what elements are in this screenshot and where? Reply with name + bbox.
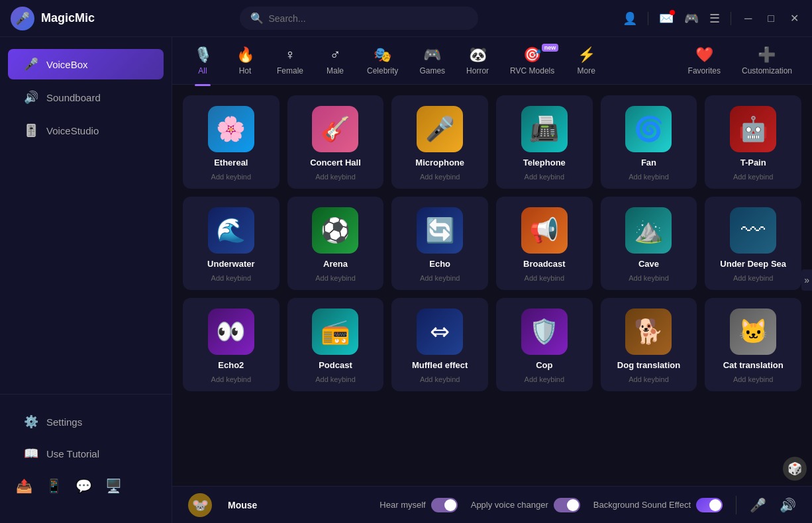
tab-favorites[interactable]: ❤️ Favorites <box>679 41 730 81</box>
voice-card-keybind-echo2[interactable]: Add keybind <box>211 375 252 383</box>
celebrity-tab-icon: 🎭 <box>374 46 391 64</box>
tab-games[interactable]: 🎮 Games <box>410 41 454 81</box>
voice-card-podcast[interactable]: 📻 Podcast Add keybind <box>287 298 384 391</box>
minimize-button[interactable]: ─ <box>742 10 754 27</box>
sidebar-item-tutorial[interactable]: 📖 Use Tutorial <box>8 438 164 469</box>
voice-card-under-deep-sea[interactable]: 〰 Under Deep Sea Add keybind <box>705 197 801 290</box>
title-bar: 🎤 MagicMic 🔍 👤 ✉️ 🎮 ☰ ─ □ ✕ <box>0 0 812 37</box>
customization-label: Customization <box>742 66 792 75</box>
voice-card-keybind-t-pain[interactable]: Add keybind <box>733 173 774 181</box>
voice-card-keybind-cat-translation[interactable]: Add keybind <box>733 375 774 383</box>
voice-card-broadcast[interactable]: 📢 Broadcast Add keybind <box>496 197 593 290</box>
tool-display-icon[interactable]: 🖥️ <box>105 478 122 494</box>
sidebar-item-settings[interactable]: ⚙️ Settings <box>8 406 164 437</box>
voice-card-cave[interactable]: ⛰️ Cave Add keybind <box>601 197 697 290</box>
voice-card-keybind-under-deep-sea[interactable]: Add keybind <box>733 274 774 282</box>
voice-card-keybind-cop[interactable]: Add keybind <box>525 375 565 383</box>
speaker-icon[interactable]: 🔊 <box>780 497 796 513</box>
voice-card-dog-translation[interactable]: 🐕 Dog translation Add keybind <box>601 298 697 391</box>
voicebox-icon: 🎤 <box>24 57 38 71</box>
voice-card-cop[interactable]: 🛡️ Cop Add keybind <box>496 298 593 391</box>
profile-icon[interactable]: 👤 <box>623 11 637 26</box>
all-tab-icon: 🎙️ <box>194 46 212 64</box>
voice-card-keybind-cave[interactable]: Add keybind <box>629 274 669 282</box>
favorites-icon: ❤️ <box>695 46 713 64</box>
rvc-badge: new <box>542 44 559 52</box>
tab-female[interactable]: ♀ Female <box>268 41 313 81</box>
tutorial-icon: 📖 <box>24 446 38 461</box>
menu-icon[interactable]: ☰ <box>709 11 720 26</box>
voice-card-keybind-dog-translation[interactable]: Add keybind <box>629 375 669 383</box>
tab-horror[interactable]: 🐼 Horror <box>457 41 498 81</box>
mail-icon[interactable]: ✉️ <box>659 11 674 26</box>
more-tab-icon: ⚡ <box>578 46 595 64</box>
tool-chat-icon[interactable]: 💬 <box>76 478 92 494</box>
voice-card-arena[interactable]: ⚽ Arena Add keybind <box>287 197 384 290</box>
voice-card-ethereal[interactable]: 🌸 Ethereal Add keybind <box>183 95 279 189</box>
apply-voice-toggle[interactable] <box>554 498 580 512</box>
voice-card-name-echo: Echo <box>429 259 450 269</box>
voice-card-name-fan: Fan <box>641 158 656 167</box>
voice-card-keybind-fan[interactable]: Add keybind <box>629 173 669 181</box>
favorites-label: Favorites <box>688 66 721 75</box>
voice-card-icon-t-pain: 🤖 <box>730 106 776 152</box>
tab-celebrity[interactable]: 🎭 Celebrity <box>358 41 407 81</box>
voice-card-icon-echo2: 👀 <box>208 309 254 355</box>
category-tabs: 🎙️ All 🔥 Hot ♀ Female ♂ Male 🎭 Cele <box>172 37 812 85</box>
hot-tab-label: Hot <box>239 66 252 75</box>
close-button[interactable]: ✕ <box>787 9 801 27</box>
rvc-tab-icon: 🎯 <box>523 46 541 64</box>
voice-card-icon-muffled: ⇔ <box>417 309 463 355</box>
discord-icon[interactable]: 🎮 <box>684 11 699 26</box>
soundboard-icon: 🔊 <box>24 90 38 105</box>
voice-card-keybind-concert-hall[interactable]: Add keybind <box>315 173 356 181</box>
voice-card-muffled[interactable]: ⇔ Muffled effect Add keybind <box>391 298 488 391</box>
sidebar-tools: 📤 📱 💬 🖥️ <box>0 470 172 502</box>
voice-card-underwater[interactable]: 🌊 Underwater Add keybind <box>183 197 279 290</box>
sidebar-item-voicebox[interactable]: 🎤 VoiceBox <box>8 49 164 79</box>
sidebar-item-soundboard[interactable]: 🔊 Soundboard <box>8 82 164 113</box>
voice-card-name-telephone: Telephone <box>523 158 566 167</box>
hear-myself-toggle[interactable] <box>431 498 458 512</box>
dice-button[interactable]: 🎲 <box>783 457 807 481</box>
sidebar-label-voicestudio: VoiceStudio <box>46 125 99 136</box>
voice-card-keybind-ethereal[interactable]: Add keybind <box>211 173 252 181</box>
voice-card-fan[interactable]: 🌀 Fan Add keybind <box>601 95 697 189</box>
voice-card-keybind-microphone[interactable]: Add keybind <box>420 173 460 181</box>
maximize-button[interactable]: □ <box>765 10 777 27</box>
games-tab-icon: 🎮 <box>423 46 441 64</box>
voice-card-keybind-broadcast[interactable]: Add keybind <box>525 274 565 282</box>
voice-card-keybind-underwater[interactable]: Add keybind <box>211 274 252 282</box>
tool-export-icon[interactable]: 📤 <box>16 478 32 494</box>
voice-card-keybind-arena[interactable]: Add keybind <box>315 274 356 282</box>
rvc-tab-label: RVC Models <box>510 66 554 75</box>
microphone-icon[interactable]: 🎤 <box>750 497 766 513</box>
tab-more[interactable]: ⚡ More <box>566 41 606 81</box>
voice-card-microphone[interactable]: 🎤 Microphone Add keybind <box>391 95 488 189</box>
voice-card-t-pain[interactable]: 🤖 T-Pain Add keybind <box>705 95 801 189</box>
voice-card-echo2[interactable]: 👀 Echo2 Add keybind <box>183 298 279 391</box>
tab-hot[interactable]: 🔥 Hot <box>225 41 265 81</box>
voice-card-concert-hall[interactable]: 🎸 Concert Hall Add keybind <box>287 95 384 189</box>
voice-card-echo[interactable]: 🔄 Echo Add keybind <box>391 197 488 290</box>
tool-mobile-icon[interactable]: 📱 <box>46 478 62 494</box>
tab-rvc[interactable]: new 🎯 RVC Models <box>501 41 564 81</box>
voice-card-keybind-podcast[interactable]: Add keybind <box>315 375 356 383</box>
collapse-button[interactable]: » <box>801 269 812 291</box>
sidebar-item-voicestudio[interactable]: 🎚️ VoiceStudio <box>8 115 164 146</box>
voice-card-icon-cat-translation: 🐱 <box>730 309 776 355</box>
search-bar[interactable]: 🔍 <box>240 7 478 30</box>
voice-card-keybind-echo[interactable]: Add keybind <box>420 274 460 282</box>
search-input[interactable] <box>269 13 468 24</box>
background-sound-toggle[interactable] <box>696 498 723 512</box>
voice-card-keybind-muffled[interactable]: Add keybind <box>420 375 460 383</box>
voice-card-keybind-telephone[interactable]: Add keybind <box>525 173 565 181</box>
tab-customization[interactable]: ➕ Customization <box>733 41 801 81</box>
voice-card-cat-translation[interactable]: 🐱 Cat translation Add keybind <box>705 298 801 391</box>
bottom-controls: Hear myself Apply voice changer Backgrou… <box>380 496 796 514</box>
tab-male[interactable]: ♂ Male <box>315 41 355 81</box>
tab-all[interactable]: 🎙️ All <box>183 41 223 81</box>
voice-card-telephone[interactable]: 📠 Telephone Add keybind <box>496 95 593 189</box>
main-content: 🎙️ All 🔥 Hot ♀ Female ♂ Male 🎭 Cele <box>172 37 812 486</box>
hear-myself-label: Hear myself <box>380 500 425 510</box>
